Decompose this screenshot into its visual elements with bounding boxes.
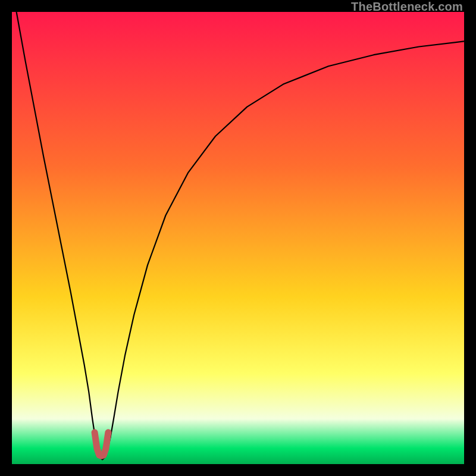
chart-canvas (12, 12, 464, 464)
chart-frame (12, 12, 464, 464)
watermark-label: TheBottleneck.com (351, 0, 463, 14)
gradient-background (12, 12, 464, 464)
